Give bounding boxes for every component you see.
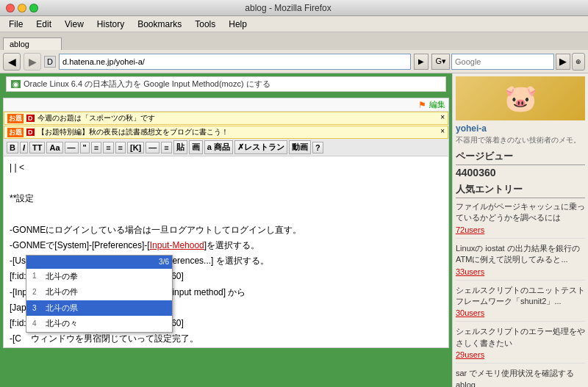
- ac-item-1[interactable]: 1 北斗の拳: [26, 269, 172, 285]
- tb-list1[interactable]: ≡: [91, 142, 101, 153]
- url-input[interactable]: [59, 54, 411, 70]
- entry-4: シェルスクリプトのエラー処理をやさしく書きたい 29users: [456, 326, 585, 364]
- ac-item-4[interactable]: 4 北斗の々: [26, 316, 172, 332]
- content-line-6: -GONMEで[System]-[Preferences]-[Input-Meh…: [10, 239, 442, 253]
- tb-paste[interactable]: 貼: [173, 140, 187, 154]
- tb-link[interactable]: [K]: [127, 142, 144, 153]
- tb-bold[interactable]: B: [7, 142, 18, 153]
- edit-area: ⚑ 編集 お題 D 今週のお題は「スポーツの秋」です × お題 D 【お題特別編…: [3, 98, 449, 348]
- close-button[interactable]: [6, 4, 15, 12]
- search-button[interactable]: ▶: [556, 54, 570, 70]
- tb-image[interactable]: 画: [189, 140, 203, 154]
- tb-list3[interactable]: ≡: [115, 142, 126, 153]
- notification-1: お題 D 今週のお題は「スポーツの秋」です ×: [4, 112, 448, 125]
- entry-1-title: ファイルがページキャッシュに乗っているかどうかを調べるには: [456, 201, 585, 224]
- search-input[interactable]: [451, 54, 554, 70]
- tb-align[interactable]: ≡: [161, 142, 171, 153]
- entry-4-title: シェルスクリプトのエラー処理をやさしく書きたい: [456, 326, 585, 349]
- editor-content[interactable]: | | < **設定 -GONMEにログインしている場合は一旦ログアウトしてログ…: [4, 156, 448, 347]
- tb-tt[interactable]: TT: [29, 142, 45, 153]
- menu-file[interactable]: File: [3, 18, 29, 31]
- tb-font[interactable]: Aa: [46, 142, 62, 153]
- menubar: File Edit View History Bookmarks Tools H…: [0, 16, 588, 32]
- pig-icon: 🐷: [504, 83, 537, 114]
- ac-num-4: 4: [32, 318, 41, 330]
- menu-help[interactable]: Help: [223, 18, 253, 31]
- entry-1-users[interactable]: 72users: [456, 225, 484, 234]
- autocomplete-dropdown: 3/6 1 北斗の拳 2 北斗の件 3 北斗の県 4: [26, 255, 173, 333]
- tb-help[interactable]: ?: [312, 142, 323, 153]
- content-line-1: | | <: [10, 161, 442, 175]
- close-notif-2[interactable]: ×: [440, 127, 445, 135]
- content-line-2: [10, 176, 442, 190]
- tb-video[interactable]: 動画: [289, 140, 311, 154]
- sidebar-username[interactable]: yohei-a: [456, 123, 585, 134]
- zoom-button[interactable]: ⊕: [572, 53, 585, 70]
- tb-italic[interactable]: I: [20, 142, 28, 153]
- entry-5-title: sar でメモリ使用状況を確認する ablog: [456, 368, 585, 387]
- tb-item[interactable]: a 商品: [204, 140, 233, 154]
- content-area: ◉ Oracle Linux 6.4 の日本語入力を Google Input …: [0, 73, 588, 387]
- url-bar-container: D ▶: [44, 54, 429, 70]
- link-input-mehood[interactable]: Input-Mehood: [150, 240, 204, 250]
- flag-icon: ⚑: [418, 100, 426, 110]
- entry-2-users[interactable]: 33users: [456, 267, 484, 276]
- navbar: ◀ ▶ D ▶ G▾ ▶ ⊕: [0, 50, 588, 73]
- favicon: D: [44, 56, 56, 68]
- menu-view[interactable]: View: [59, 18, 90, 31]
- entry-3-title: シェルスクリプトのユニットテストフレームワーク「shunit2」...: [456, 285, 585, 308]
- blog-favicon: ◉: [11, 80, 21, 88]
- content-line-12: -[C ウィンドウを男宿閉じていって設定完了。: [10, 332, 442, 346]
- tb-list2[interactable]: ≡: [103, 142, 113, 153]
- window-title: ablog - Mozilla Firefox: [38, 3, 538, 13]
- entry-5: sar でメモリ使用状況を確認する ablog 28users: [456, 368, 585, 387]
- notif-text-2: 【お題特別編】秋の夜長は読書感想文をブログに書こう！: [37, 127, 229, 137]
- minimize-button[interactable]: [18, 4, 26, 12]
- search-engine-button[interactable]: G▾: [431, 54, 450, 70]
- tb-sep[interactable]: —: [146, 142, 159, 153]
- entry-4-users[interactable]: 29users: [456, 350, 484, 359]
- menu-bookmarks[interactable]: Bookmarks: [132, 18, 187, 31]
- window-controls: [6, 4, 38, 12]
- tab-label: ablog: [10, 40, 29, 48]
- menu-edit[interactable]: Edit: [30, 18, 57, 31]
- ac-num-3: 3: [32, 303, 41, 314]
- back-button[interactable]: ◀: [3, 53, 21, 70]
- entry-1: ファイルがページキャッシュに乗っているかどうかを調べるには 72users: [456, 201, 585, 239]
- entry-2-title: Linuxの iostat の出力結果を銀行のATMに例えて説明してみると...: [456, 243, 585, 266]
- maximize-button[interactable]: [29, 4, 38, 12]
- popular-section: 人気エントリー: [456, 183, 585, 198]
- titlebar: ablog - Mozilla Firefox: [0, 0, 588, 16]
- blog-panel: ◉ Oracle Linux 6.4 の日本語入力を Google Input …: [0, 73, 452, 387]
- notif-text-1: 今週のお題は「スポーツの秋」です: [37, 113, 155, 123]
- tb-quote[interactable]: ": [80, 142, 90, 153]
- menu-history[interactable]: History: [91, 18, 130, 31]
- notif-icon-b1: お題: [7, 114, 24, 123]
- ac-text-2: 北斗の件: [46, 286, 78, 299]
- close-notif-1[interactable]: ×: [440, 113, 445, 121]
- edit-button[interactable]: 編集: [429, 99, 445, 110]
- menu-tools[interactable]: Tools: [189, 18, 221, 31]
- sidebar: 🐷 yohei-a 不器用で落着きのない技術者のメモ。 ページビュー 44003…: [452, 73, 588, 387]
- pageviews-section: ページビュー: [456, 150, 585, 165]
- ac-num-1: 1: [32, 270, 41, 282]
- content-line-5: -GONMEにログインしている場合は一旦ログアウトしてログインし直す。: [10, 223, 442, 237]
- ac-num-2: 2: [32, 286, 41, 298]
- entry-3-users[interactable]: 30users: [456, 308, 484, 317]
- notif-prefix-d1: D: [26, 115, 35, 122]
- tb-restaurant[interactable]: ✗レストラン: [234, 140, 287, 154]
- url-go-button[interactable]: ▶: [414, 54, 429, 70]
- ac-item-2[interactable]: 2 北斗の件: [26, 284, 172, 300]
- tb-hr[interactable]: —: [65, 142, 79, 153]
- ac-page-count: 3/6: [159, 256, 169, 268]
- browser-tab[interactable]: ablog: [3, 37, 62, 50]
- notif-prefix-d2: D: [26, 129, 35, 136]
- ac-text-1: 北斗の拳: [46, 270, 78, 283]
- notif-icon-b2: お題: [7, 128, 24, 137]
- tabbar: ablog: [0, 32, 588, 50]
- ac-text-3: 北斗の県: [46, 302, 78, 315]
- content-line-4: [10, 208, 442, 222]
- forward-button[interactable]: ▶: [24, 53, 41, 70]
- pageviews-count: 4400360: [456, 167, 585, 178]
- ac-item-3[interactable]: 3 北斗の県: [26, 300, 172, 317]
